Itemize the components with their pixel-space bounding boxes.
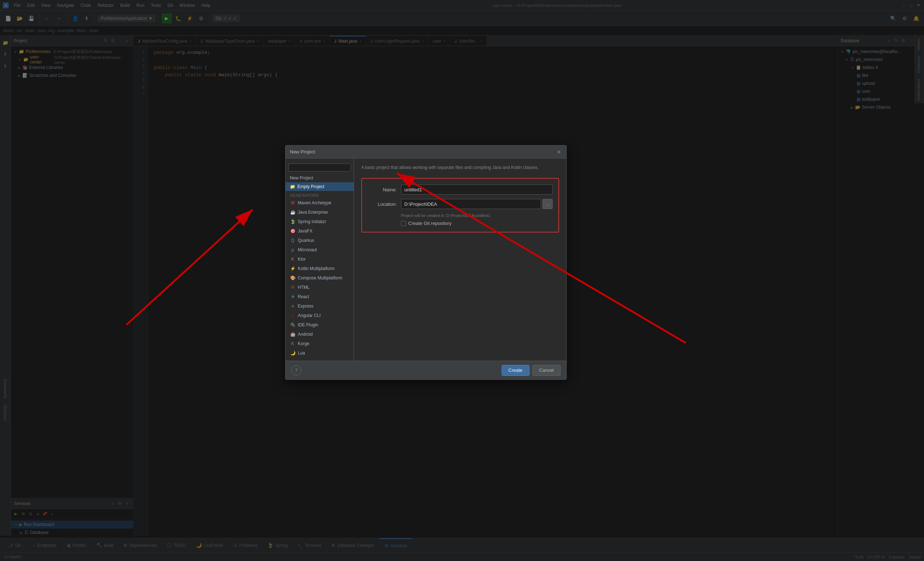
form-location-group: …	[401, 199, 553, 209]
dialog-body: New Project 📁 Empty Project Generators M…	[285, 159, 566, 361]
dialog-item-javafx[interactable]: 🎯 JavaFX	[285, 226, 354, 236]
ide-plugin-icon: 🔌	[290, 322, 296, 328]
dialog-description: A basic project that allows working with…	[361, 164, 559, 171]
lua-label: Lua	[298, 351, 305, 356]
dialog-form: Name: Location: … Project will be create…	[361, 178, 559, 232]
dialog-item-spring[interactable]: 🍃 Spring Initializr	[285, 217, 354, 226]
generators-label: Generators	[290, 193, 319, 198]
dialog-search-area	[285, 161, 354, 174]
dialog-title: New Project	[290, 149, 556, 154]
dialog-item-empty[interactable]: 📁 Empty Project	[285, 182, 354, 191]
dialog-item-micronaut[interactable]: μ Micronaut	[285, 245, 354, 255]
dialog-item-compose[interactable]: 🎨 Compose Multiplatform	[285, 273, 354, 283]
java-enterprise-icon: ☕	[290, 209, 296, 215]
dialog-item-java-enterprise[interactable]: ☕ Java Enterprise	[285, 208, 354, 217]
dialog-sidebar: New Project 📁 Empty Project Generators M…	[285, 159, 354, 361]
javafx-label: JavaFX	[298, 228, 313, 234]
ide-plugin-label: IDE Plugin	[298, 322, 318, 327]
html-icon: H	[290, 285, 296, 290]
react-icon: ⚛	[290, 294, 296, 300]
dialog-cancel-button[interactable]: Cancel	[532, 365, 561, 376]
javafx-icon: 🎯	[290, 228, 296, 234]
maven-icon: M	[290, 200, 296, 206]
form-name-row: Name:	[368, 184, 553, 195]
angular-label: Angular CLI	[298, 313, 321, 318]
dialog-help-button[interactable]: ?	[291, 365, 302, 375]
dialog-item-kotlin-multi[interactable]: ⚡ Kotlin Multiplatform	[285, 264, 354, 273]
form-git-row: Create Git repository	[401, 220, 553, 226]
quarkus-label: Quarkus	[298, 238, 314, 243]
dialog-footer: ? Create Cancel	[285, 361, 566, 380]
micronaut-label: Micronaut	[298, 247, 317, 252]
dialog-item-angular[interactable]: A Angular CLI	[285, 311, 354, 320]
dialog-create-button[interactable]: Create	[502, 365, 530, 376]
dialog-item-html[interactable]: H HTML	[285, 283, 354, 292]
dialog-item-quarkus[interactable]: Q Quarkus	[285, 236, 354, 245]
micronaut-icon: μ	[290, 247, 296, 253]
dialog-item-ktor[interactable]: K Ktor	[285, 255, 354, 264]
form-hint: Project will be created in: D:\Project\I…	[401, 213, 553, 218]
new-project-dialog: New Project ✕ New Project 📁 Empty Projec…	[285, 145, 567, 380]
dialog-item-react[interactable]: ⚛ React	[285, 292, 354, 302]
dialog-item-android[interactable]: 🤖 Android	[285, 330, 354, 339]
dialog-section-generators: Generators	[285, 191, 354, 198]
dialog-item-maven[interactable]: M Maven Archetype	[285, 198, 354, 208]
dialog-titlebar: New Project ✕	[285, 146, 566, 159]
form-browse-button[interactable]: …	[543, 199, 553, 209]
form-location-row: Location: …	[368, 199, 553, 209]
express-label: Express	[298, 304, 313, 309]
new-project-label: New Project	[290, 176, 313, 180]
android-label: Android	[298, 332, 313, 337]
dialog-item-lua[interactable]: 🌙 Lua	[285, 348, 354, 358]
form-name-input[interactable]	[401, 184, 553, 195]
dialog-item-express[interactable]: ≡ Express	[285, 302, 354, 311]
android-icon: 🤖	[290, 332, 296, 337]
dialog-overlay: New Project ✕ New Project 📁 Empty Projec…	[0, 0, 924, 561]
dialog-item-korge[interactable]: K Korge	[285, 339, 354, 348]
ktor-label: Ktor	[298, 256, 306, 262]
dialog-search-input[interactable]	[288, 164, 351, 171]
compose-icon: 🎨	[290, 275, 296, 281]
dialog-content: A basic project that allows working with…	[354, 159, 566, 361]
korge-icon: K	[290, 341, 296, 346]
dialog-item-new-project[interactable]: New Project	[285, 174, 354, 182]
html-label: HTML	[298, 285, 310, 290]
kotlin-multiplatform-icon: ⚡	[290, 266, 296, 272]
express-icon: ≡	[290, 303, 296, 309]
form-name-label: Name:	[368, 187, 397, 192]
empty-project-icon: 📁	[290, 184, 295, 189]
kotlin-multi-label: Kotlin Multiplatform	[298, 266, 334, 271]
angular-icon: A	[290, 313, 296, 318]
maven-label: Maven Archetype	[298, 200, 332, 206]
dialog-close-button[interactable]: ✕	[556, 149, 562, 155]
dialog-item-ide-plugin[interactable]: 🔌 IDE Plugin	[285, 320, 354, 330]
spring-label: Spring Initializr	[298, 219, 326, 224]
quarkus-icon: Q	[290, 237, 296, 243]
react-label: React	[298, 294, 309, 299]
form-git-checkbox[interactable]	[401, 221, 406, 226]
ktor-icon: K	[290, 256, 296, 262]
java-enterprise-label: Java Enterprise	[298, 210, 328, 215]
form-git-label: Create Git repository	[408, 220, 452, 226]
form-location-input[interactable]	[401, 199, 541, 209]
lua-icon: 🌙	[290, 350, 296, 356]
korge-label: Korge	[298, 341, 309, 346]
form-location-label: Location:	[368, 201, 397, 207]
spring-initializr-icon: 🍃	[290, 219, 296, 225]
empty-project-label: Empty Project	[297, 184, 324, 189]
compose-label: Compose Multiplatform	[298, 276, 342, 280]
